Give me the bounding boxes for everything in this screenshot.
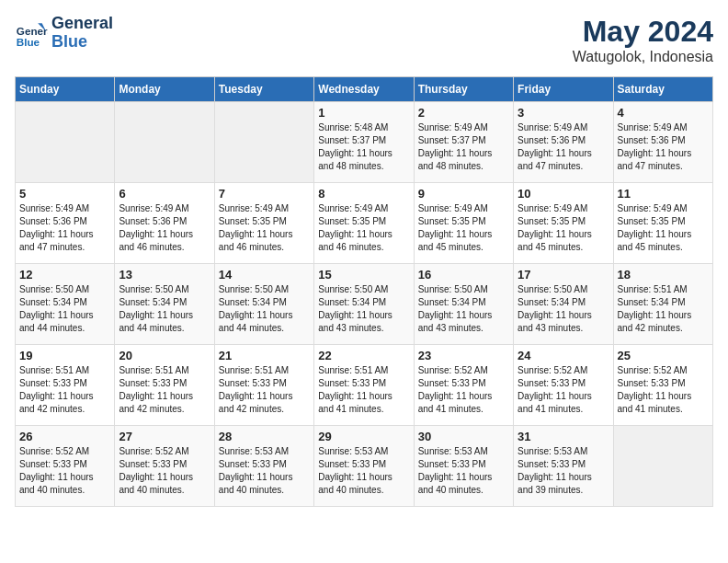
day-number: 15 <box>318 268 409 282</box>
calendar-cell: 18Sunrise: 5:51 AM Sunset: 5:34 PM Dayli… <box>613 264 712 345</box>
cell-text: Sunrise: 5:49 AM Sunset: 5:36 PM Dayligh… <box>119 202 210 254</box>
cell-text: Sunrise: 5:50 AM Sunset: 5:34 PM Dayligh… <box>19 283 110 335</box>
day-number: 21 <box>219 349 310 362</box>
calendar-cell: 13Sunrise: 5:50 AM Sunset: 5:34 PM Dayli… <box>115 264 214 345</box>
cell-text: Sunrise: 5:49 AM Sunset: 5:35 PM Dayligh… <box>418 202 509 254</box>
day-number: 26 <box>19 430 110 443</box>
cell-text: Sunrise: 5:53 AM Sunset: 5:33 PM Dayligh… <box>318 445 409 497</box>
calendar-cell: 4Sunrise: 5:49 AM Sunset: 5:36 PM Daylig… <box>613 102 712 183</box>
calendar-cell: 25Sunrise: 5:52 AM Sunset: 5:33 PM Dayli… <box>613 345 712 426</box>
calendar-cell: 22Sunrise: 5:51 AM Sunset: 5:33 PM Dayli… <box>314 345 414 426</box>
day-number: 18 <box>618 268 709 282</box>
calendar-cell <box>214 102 313 183</box>
logo: General Blue General Blue <box>15 15 113 52</box>
day-number: 3 <box>518 106 609 120</box>
weekday-header: Sunday <box>16 77 115 102</box>
calendar-week-row: 19Sunrise: 5:51 AM Sunset: 5:33 PM Dayli… <box>16 345 713 426</box>
weekday-header-row: SundayMondayTuesdayWednesdayThursdayFrid… <box>16 77 713 102</box>
calendar-cell <box>613 426 712 507</box>
day-number: 2 <box>418 106 509 120</box>
day-number: 6 <box>119 187 210 201</box>
weekday-header: Saturday <box>613 77 712 102</box>
calendar-cell: 24Sunrise: 5:52 AM Sunset: 5:33 PM Dayli… <box>514 345 613 426</box>
day-number: 8 <box>318 187 409 201</box>
calendar-cell: 19Sunrise: 5:51 AM Sunset: 5:33 PM Dayli… <box>16 345 115 426</box>
calendar-table: SundayMondayTuesdayWednesdayThursdayFrid… <box>15 76 713 507</box>
calendar-cell: 3Sunrise: 5:49 AM Sunset: 5:36 PM Daylig… <box>514 102 613 183</box>
cell-text: Sunrise: 5:52 AM Sunset: 5:33 PM Dayligh… <box>618 364 709 416</box>
calendar-cell: 28Sunrise: 5:53 AM Sunset: 5:33 PM Dayli… <box>214 426 313 507</box>
weekday-header: Tuesday <box>214 77 313 102</box>
cell-text: Sunrise: 5:51 AM Sunset: 5:33 PM Dayligh… <box>119 364 210 416</box>
cell-text: Sunrise: 5:53 AM Sunset: 5:33 PM Dayligh… <box>219 445 310 497</box>
calendar-cell: 27Sunrise: 5:52 AM Sunset: 5:33 PM Dayli… <box>115 426 214 507</box>
calendar-cell: 1Sunrise: 5:48 AM Sunset: 5:37 PM Daylig… <box>314 102 414 183</box>
calendar-cell: 26Sunrise: 5:52 AM Sunset: 5:33 PM Dayli… <box>16 426 115 507</box>
calendar-cell: 30Sunrise: 5:53 AM Sunset: 5:33 PM Dayli… <box>414 426 513 507</box>
day-number: 11 <box>618 187 709 201</box>
header: General Blue General Blue May 2024 Watug… <box>15 15 713 65</box>
cell-text: Sunrise: 5:49 AM Sunset: 5:35 PM Dayligh… <box>518 202 609 254</box>
cell-text: Sunrise: 5:51 AM Sunset: 5:34 PM Dayligh… <box>618 283 709 335</box>
logo-text: General Blue <box>51 15 113 52</box>
day-number: 31 <box>518 430 609 443</box>
weekday-header: Monday <box>115 77 214 102</box>
calendar-cell: 14Sunrise: 5:50 AM Sunset: 5:34 PM Dayli… <box>214 264 313 345</box>
cell-text: Sunrise: 5:52 AM Sunset: 5:33 PM Dayligh… <box>418 364 509 416</box>
calendar-cell <box>115 102 214 183</box>
day-number: 20 <box>119 349 210 362</box>
calendar-cell: 20Sunrise: 5:51 AM Sunset: 5:33 PM Dayli… <box>115 345 214 426</box>
calendar-cell: 5Sunrise: 5:49 AM Sunset: 5:36 PM Daylig… <box>16 183 115 264</box>
day-number: 7 <box>219 187 310 201</box>
day-number: 14 <box>219 268 310 282</box>
calendar-cell <box>16 102 115 183</box>
cell-text: Sunrise: 5:50 AM Sunset: 5:34 PM Dayligh… <box>219 283 310 335</box>
calendar-cell: 29Sunrise: 5:53 AM Sunset: 5:33 PM Dayli… <box>314 426 414 507</box>
day-number: 29 <box>318 430 409 443</box>
calendar-week-row: 5Sunrise: 5:49 AM Sunset: 5:36 PM Daylig… <box>16 183 713 264</box>
day-number: 10 <box>518 187 609 201</box>
cell-text: Sunrise: 5:49 AM Sunset: 5:36 PM Dayligh… <box>618 121 709 173</box>
calendar-cell: 21Sunrise: 5:51 AM Sunset: 5:33 PM Dayli… <box>214 345 313 426</box>
weekday-header: Wednesday <box>314 77 414 102</box>
cell-text: Sunrise: 5:50 AM Sunset: 5:34 PM Dayligh… <box>318 283 409 335</box>
day-number: 16 <box>418 268 509 282</box>
cell-text: Sunrise: 5:49 AM Sunset: 5:36 PM Dayligh… <box>19 202 110 254</box>
svg-text:Blue: Blue <box>17 35 40 47</box>
day-number: 17 <box>518 268 609 282</box>
weekday-header: Thursday <box>414 77 513 102</box>
calendar-cell: 7Sunrise: 5:49 AM Sunset: 5:35 PM Daylig… <box>214 183 313 264</box>
cell-text: Sunrise: 5:49 AM Sunset: 5:36 PM Dayligh… <box>518 121 609 173</box>
calendar-cell: 8Sunrise: 5:49 AM Sunset: 5:35 PM Daylig… <box>314 183 414 264</box>
cell-text: Sunrise: 5:51 AM Sunset: 5:33 PM Dayligh… <box>219 364 310 416</box>
calendar-cell: 9Sunrise: 5:49 AM Sunset: 5:35 PM Daylig… <box>414 183 513 264</box>
cell-text: Sunrise: 5:49 AM Sunset: 5:37 PM Dayligh… <box>418 121 509 173</box>
calendar-cell: 11Sunrise: 5:49 AM Sunset: 5:35 PM Dayli… <box>613 183 712 264</box>
day-number: 23 <box>418 349 509 362</box>
cell-text: Sunrise: 5:51 AM Sunset: 5:33 PM Dayligh… <box>19 364 110 416</box>
calendar-cell: 10Sunrise: 5:49 AM Sunset: 5:35 PM Dayli… <box>514 183 613 264</box>
weekday-header: Friday <box>514 77 613 102</box>
cell-text: Sunrise: 5:48 AM Sunset: 5:37 PM Dayligh… <box>318 121 409 173</box>
day-number: 12 <box>19 268 110 282</box>
day-number: 1 <box>318 106 409 120</box>
calendar-cell: 16Sunrise: 5:50 AM Sunset: 5:34 PM Dayli… <box>414 264 513 345</box>
day-number: 9 <box>418 187 509 201</box>
cell-text: Sunrise: 5:53 AM Sunset: 5:33 PM Dayligh… <box>418 445 509 497</box>
day-number: 4 <box>618 106 709 120</box>
day-number: 27 <box>119 430 210 443</box>
location-title: Watugolok, Indonesia <box>573 49 713 65</box>
calendar-cell: 6Sunrise: 5:49 AM Sunset: 5:36 PM Daylig… <box>115 183 214 264</box>
cell-text: Sunrise: 5:50 AM Sunset: 5:34 PM Dayligh… <box>418 283 509 335</box>
day-number: 19 <box>19 349 110 362</box>
logo-icon: General Blue <box>15 17 48 50</box>
day-number: 22 <box>318 349 409 362</box>
cell-text: Sunrise: 5:52 AM Sunset: 5:33 PM Dayligh… <box>19 445 110 497</box>
day-number: 25 <box>618 349 709 362</box>
day-number: 13 <box>119 268 210 282</box>
cell-text: Sunrise: 5:50 AM Sunset: 5:34 PM Dayligh… <box>518 283 609 335</box>
cell-text: Sunrise: 5:51 AM Sunset: 5:33 PM Dayligh… <box>318 364 409 416</box>
title-area: May 2024 Watugolok, Indonesia <box>573 15 713 65</box>
cell-text: Sunrise: 5:49 AM Sunset: 5:35 PM Dayligh… <box>318 202 409 254</box>
cell-text: Sunrise: 5:49 AM Sunset: 5:35 PM Dayligh… <box>618 202 709 254</box>
